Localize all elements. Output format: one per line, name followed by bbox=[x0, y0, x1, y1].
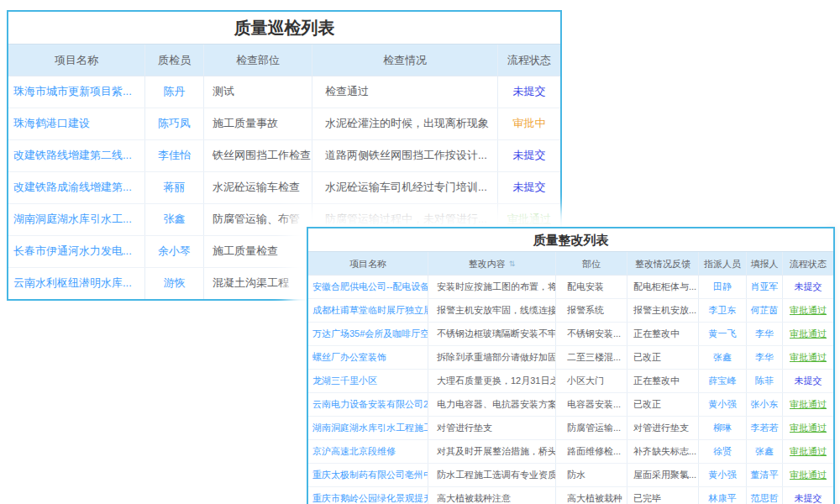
rectification-table-title: 质量整改列表 bbox=[308, 228, 833, 252]
table-row: 京沪高速北京段维修对其及时开展整治措施，桥头...路面维修检...补齐缺失标志.… bbox=[308, 439, 833, 463]
cell-assignee[interactable]: 薛宝峰 bbox=[699, 370, 747, 392]
inspection-table-title: 质量巡检列表 bbox=[8, 12, 560, 45]
column-header-project: 项目名称 bbox=[8, 45, 145, 76]
cell-assignee[interactable]: 张鑫 bbox=[699, 346, 747, 369]
cell-assignee[interactable]: 林康平 bbox=[699, 487, 747, 504]
cell-content: 拆除到承重墙部分请做好加固... bbox=[428, 346, 556, 369]
cell-part: 配电安装 bbox=[556, 276, 627, 298]
cell-project[interactable]: 京沪高速北京段维修 bbox=[308, 440, 428, 463]
cell-feedback: 配电柜柜体与... bbox=[627, 276, 699, 298]
cell-reporter[interactable]: 范思哲 bbox=[747, 487, 783, 504]
cell-inspector[interactable]: 余小琴 bbox=[145, 236, 204, 267]
cell-inspector[interactable]: 陈巧凤 bbox=[145, 108, 204, 139]
cell-project[interactable]: 云南电力设备安装有限公司20... bbox=[308, 393, 428, 416]
cell-part: 防水 bbox=[556, 464, 627, 486]
cell-content: 报警主机安放牢固，线缆连接... bbox=[428, 299, 556, 322]
cell-assignee[interactable]: 黄小强 bbox=[699, 393, 747, 416]
cell-feedback: 屋面采用聚氯... bbox=[627, 464, 699, 486]
cell-inspector[interactable]: 李佳怡 bbox=[145, 140, 204, 171]
table-row: 万达广场35#会所及咖啡厅空...不锈钢边框玻璃隔断安装不牢...不锈钢安装..… bbox=[308, 322, 833, 345]
cell-part: 混凝土沟渠工程 bbox=[204, 268, 312, 299]
cell-content: 电力电容器、电抗器安装方案... bbox=[428, 393, 556, 416]
cell-feedback: 已完毕 bbox=[627, 487, 699, 504]
cell-project[interactable]: 湖南洞庭湖水库引水工程施工标 bbox=[308, 417, 428, 439]
cell-feedback: 正在整改中 bbox=[627, 323, 699, 345]
sort-icon[interactable]: ⇅ bbox=[509, 253, 516, 275]
cell-project[interactable]: 珠海市城市更新项目紫... bbox=[8, 76, 145, 108]
cell-content: 防水工程施工选调有专业资质... bbox=[428, 464, 556, 486]
column-header-label: 指派人员 bbox=[704, 253, 741, 275]
cell-project[interactable]: 云南水利枢纽潜明水库... bbox=[8, 268, 145, 299]
cell-part: 高大植被栽种 bbox=[556, 487, 627, 504]
column-header-part: 部位 bbox=[556, 252, 627, 275]
cell-inspector[interactable]: 游恢 bbox=[145, 268, 204, 299]
column-header-label: 整改内容 bbox=[469, 253, 506, 275]
cell-project[interactable]: 珠海鹤港口建设 bbox=[8, 108, 145, 139]
cell-project[interactable]: 长春市伊通河水力发电... bbox=[8, 236, 145, 267]
table-row: 螺丝厂办公室装饰拆除到承重墙部分请做好加固...二至三楼混...已改正张鑫李华审… bbox=[308, 345, 833, 369]
cell-status: 未提交 bbox=[783, 370, 833, 392]
cell-situation: 检查通过 bbox=[312, 76, 498, 108]
cell-status: 审批通过 bbox=[783, 346, 833, 369]
cell-status: 审批通过 bbox=[783, 299, 833, 322]
cell-assignee[interactable]: 黄一飞 bbox=[699, 323, 747, 345]
table-row: 珠海鹤港口建设陈巧凤施工质量事故水泥砼灌注的时候，出现离析现象审批中 bbox=[8, 108, 560, 139]
cell-reporter[interactable]: 李华 bbox=[747, 346, 783, 369]
cell-status: 未提交 bbox=[783, 276, 833, 298]
cell-reporter[interactable]: 陈菲 bbox=[747, 370, 783, 392]
column-header-status: 流程状态 bbox=[783, 252, 833, 275]
table-row: 成都杜甫草堂临时展厅独立展...报警主机安放牢固，线缆连接...报警系统报警主机… bbox=[308, 298, 833, 322]
cell-assignee[interactable]: 李卫东 bbox=[699, 299, 747, 322]
cell-project[interactable]: 重庆太极制药有限公司亳州中... bbox=[308, 464, 428, 486]
cell-project[interactable]: 改建铁路线增建第二线... bbox=[8, 140, 145, 171]
cell-project[interactable]: 重庆市鹅岭公园绿化景观提升... bbox=[308, 487, 428, 504]
cell-assignee[interactable]: 黄小强 bbox=[699, 464, 747, 486]
cell-inspector[interactable]: 陈丹 bbox=[145, 76, 204, 108]
cell-reporter[interactable]: 李若若 bbox=[747, 417, 783, 439]
table-row: 重庆市鹅岭公园绿化景观提升...高大植被栽种注意高大植被栽种已完毕林康平范思哲未… bbox=[308, 486, 833, 504]
column-header-content[interactable]: 整改内容⇅ bbox=[428, 252, 556, 275]
table-row: 湖南洞庭湖水库引水工程施工标对管进行垫支防腐管运输...对管进行垫支柳琳李若若审… bbox=[308, 416, 833, 439]
column-header-label: 项目名称 bbox=[349, 253, 386, 275]
cell-reporter[interactable]: 董清平 bbox=[747, 464, 783, 486]
cell-inspector[interactable]: 蒋丽 bbox=[145, 172, 204, 203]
cell-reporter[interactable]: 肖亚军 bbox=[747, 276, 783, 298]
cell-assignee[interactable]: 柳琳 bbox=[699, 417, 747, 439]
cell-reporter[interactable]: 李华 bbox=[747, 323, 783, 345]
cell-part: 不锈钢安装... bbox=[556, 323, 627, 345]
cell-part: 电容器安装... bbox=[556, 393, 627, 416]
cell-content: 对其及时开展整治措施，桥头... bbox=[428, 440, 556, 463]
column-header-label: 检查部位 bbox=[236, 45, 280, 76]
cell-status: 审批通过 bbox=[783, 417, 833, 439]
table-row: 龙湖三千里小区大理石质量更换，12月31日之...小区大门正在整改中薛宝峰陈菲未… bbox=[308, 369, 833, 392]
cell-project[interactable]: 万达广场35#会所及咖啡厅空... bbox=[308, 323, 428, 345]
cell-project[interactable]: 成都杜甫草堂临时展厅独立展... bbox=[308, 299, 428, 322]
table-row: 珠海市城市更新项目紫...陈丹测试检查通过未提交 bbox=[8, 76, 560, 108]
cell-reporter[interactable]: 张鑫 bbox=[747, 440, 783, 463]
column-header-project: 项目名称 bbox=[308, 252, 428, 275]
cell-project[interactable]: 安徽合肥供电公司--配电设备... bbox=[308, 276, 428, 298]
table-row: 安徽合肥供电公司--配电设备...安装时应按施工图的布置，将...配电安装配电柜… bbox=[308, 276, 833, 298]
cell-inspector[interactable]: 张鑫 bbox=[145, 204, 204, 235]
cell-status: 未提交 bbox=[498, 140, 560, 171]
cell-project[interactable]: 螺丝厂办公室装饰 bbox=[308, 346, 428, 369]
cell-status: 审批通过 bbox=[783, 464, 833, 486]
cell-feedback: 报警主机安放... bbox=[627, 299, 699, 322]
cell-status: 未提交 bbox=[783, 487, 833, 504]
cell-project[interactable]: 龙湖三千里小区 bbox=[308, 370, 428, 392]
cell-content: 大理石质量更换，12月31日之... bbox=[428, 370, 556, 392]
column-header-label: 填报人 bbox=[751, 253, 779, 275]
cell-part: 二至三楼混... bbox=[556, 346, 627, 369]
column-header-situation: 检查情况 bbox=[312, 45, 498, 76]
cell-project[interactable]: 湖南洞庭湖水库引水工... bbox=[8, 204, 145, 235]
cell-reporter[interactable]: 何芷茵 bbox=[747, 299, 783, 322]
column-header-part: 检查部位 bbox=[204, 45, 312, 76]
cell-assignee[interactable]: 徐贤 bbox=[699, 440, 747, 463]
column-header-assignee: 指派人员 bbox=[699, 252, 747, 275]
cell-reporter[interactable]: 张小东 bbox=[747, 393, 783, 416]
cell-assignee[interactable]: 田静 bbox=[699, 276, 747, 298]
rectification-table-header: 项目名称整改内容⇅部位整改情况反馈指派人员填报人流程状态 bbox=[308, 252, 833, 276]
column-header-feedback: 整改情况反馈 bbox=[627, 252, 699, 275]
cell-project[interactable]: 改建铁路成渝线增建第... bbox=[8, 172, 145, 203]
cell-part: 水泥砼运输车检查 bbox=[204, 172, 312, 203]
